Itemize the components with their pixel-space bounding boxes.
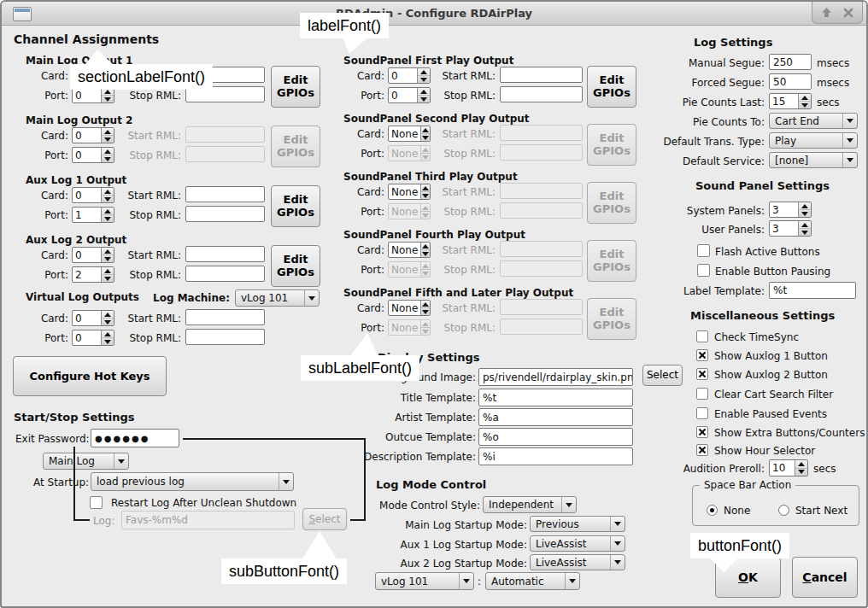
spin-down-icon[interactable] [102, 214, 114, 222]
spin-down-icon[interactable] [102, 155, 114, 162]
at-startup-combobox[interactable]: load previous log [91, 472, 294, 491]
spin-down-icon[interactable] [421, 133, 430, 141]
spin-down-icon[interactable] [421, 249, 430, 257]
enable-button-pausing-checkbox[interactable] [697, 264, 710, 277]
main-log-startup-mode-combobox[interactable]: Previous [530, 516, 625, 532]
card-value[interactable]: 0 [73, 311, 101, 325]
spin-down-icon[interactable] [102, 135, 114, 143]
show-auxlog1-checkbox[interactable] [696, 349, 708, 361]
port-value[interactable]: 2 [73, 267, 101, 282]
spin-down-icon[interactable] [418, 75, 430, 83]
artist-template-input[interactable]: %a [478, 408, 633, 426]
card-spinbox[interactable]: 0 [388, 67, 431, 84]
clear-cart-search-filter-checkbox[interactable] [696, 388, 708, 400]
spin-up-icon[interactable] [421, 243, 430, 249]
log-machine-combobox[interactable]: vLog 101 [235, 289, 320, 307]
mode-control-style-combobox[interactable]: Independent [483, 496, 577, 513]
spin-up-icon[interactable] [795, 460, 807, 468]
spin-up-icon[interactable] [799, 94, 811, 101]
user-panels-value[interactable]: 3 [770, 221, 798, 236]
stop-rml-input[interactable] [185, 266, 265, 282]
card-value[interactable]: 0 [389, 68, 417, 83]
port-value[interactable]: 0 [73, 88, 101, 102]
audition-preroll-value[interactable]: 10 [770, 460, 795, 476]
stop-rml-input[interactable] [500, 86, 583, 102]
port-value[interactable]: 1 [73, 208, 101, 222]
background-image-input[interactable]: ps/rivendell/rdairplay_skin.png [478, 368, 633, 386]
stop-rml-input[interactable] [185, 329, 265, 345]
card-value[interactable]: None [389, 301, 420, 315]
spin-up-icon[interactable] [102, 188, 114, 195]
port-value[interactable]: 0 [389, 88, 417, 102]
show-extra-buttons-checkbox[interactable] [696, 426, 708, 438]
spin-up-icon[interactable] [418, 88, 430, 95]
log-machine-select-combobox[interactable]: Main Log [43, 453, 129, 470]
spin-down-icon[interactable] [102, 254, 114, 262]
card-value[interactable]: None [389, 243, 420, 257]
card-spinbox[interactable]: None [388, 242, 431, 258]
port-spinbox[interactable]: 0 [72, 330, 114, 346]
default-service-combobox[interactable]: [none] [769, 152, 858, 168]
restart-log-checkbox[interactable] [90, 496, 103, 509]
spin-up-icon[interactable] [102, 128, 114, 135]
edit-gpios-button[interactable]: Edit GPIOs [271, 185, 320, 227]
system-panels-value[interactable]: 3 [770, 202, 798, 217]
spin-down-icon[interactable] [102, 195, 114, 202]
spin-down-icon[interactable] [421, 307, 430, 315]
card-spinbox[interactable]: None [388, 126, 431, 142]
start-rml-input[interactable] [185, 186, 265, 202]
card-value[interactable]: 0 [73, 188, 101, 202]
configure-hot-keys-button[interactable]: Configure Hot Keys [13, 356, 167, 396]
spin-up-icon[interactable] [102, 208, 114, 214]
spin-up-icon[interactable] [421, 126, 430, 133]
start-rml-input[interactable] [500, 67, 583, 83]
spin-up-icon[interactable] [418, 68, 430, 75]
title-template-input[interactable]: %t [478, 389, 633, 406]
port-spinbox[interactable]: 0 [72, 147, 114, 163]
spin-up-icon[interactable] [799, 202, 811, 209]
spin-up-icon[interactable] [102, 148, 114, 155]
pie-counts-last-value[interactable]: 15 [770, 94, 798, 108]
stop-rml-input[interactable] [185, 206, 265, 222]
chevron-down-icon[interactable] [610, 536, 625, 551]
show-auxlog2-checkbox[interactable] [696, 368, 708, 380]
card-spinbox[interactable]: 0 [72, 310, 114, 326]
chevron-down-icon[interactable] [610, 517, 625, 531]
enable-paused-events-checkbox[interactable] [696, 407, 708, 419]
chevron-down-icon[interactable] [114, 453, 128, 469]
card-spinbox[interactable]: 0 [72, 127, 114, 143]
spin-up-icon[interactable] [421, 184, 430, 191]
chevron-down-icon[interactable] [565, 573, 579, 589]
card-spinbox[interactable]: 0 [72, 187, 114, 203]
start-rml-input[interactable] [185, 309, 265, 325]
manual-segue-input[interactable]: 250 [769, 54, 812, 70]
spin-down-icon[interactable] [418, 95, 430, 102]
spin-down-icon[interactable] [421, 191, 430, 199]
pie-counts-to-combobox[interactable]: Cart End [769, 113, 858, 129]
user-panels-spinbox[interactable]: 3 [769, 220, 812, 237]
card-spinbox[interactable]: None [388, 184, 431, 200]
port-spinbox[interactable]: 1 [72, 207, 114, 223]
chevron-down-icon[interactable] [842, 133, 857, 148]
shade-button[interactable] [818, 5, 835, 20]
spin-up-icon[interactable] [102, 248, 114, 254]
vlog-mode-combobox[interactable]: Automatic [485, 572, 580, 590]
default-trans-type-combobox[interactable]: Play [769, 132, 858, 149]
cancel-button[interactable]: Cancel [792, 557, 858, 598]
aux1-log-startup-mode-combobox[interactable]: LiveAssist [530, 535, 625, 552]
port-spinbox[interactable]: 2 [72, 266, 114, 283]
card-spinbox[interactable]: 0 [72, 247, 114, 263]
card-spinbox[interactable]: None [388, 300, 431, 316]
start-rml-input[interactable] [185, 246, 265, 262]
card-value[interactable]: None [389, 184, 420, 199]
space-bar-none-radio[interactable] [707, 505, 718, 516]
system-panels-spinbox[interactable]: 3 [769, 202, 812, 218]
chevron-down-icon[interactable] [610, 555, 625, 570]
pie-counts-last-spinbox[interactable]: 15 [769, 93, 812, 109]
port-value[interactable]: 0 [73, 330, 101, 345]
vlog-machine-combobox[interactable]: vLog 101 [375, 572, 474, 590]
card-value[interactable]: None [389, 126, 420, 141]
edit-gpios-button[interactable]: Edit GPIOs [587, 66, 636, 108]
spin-down-icon[interactable] [799, 101, 811, 108]
spin-down-icon[interactable] [799, 228, 811, 236]
